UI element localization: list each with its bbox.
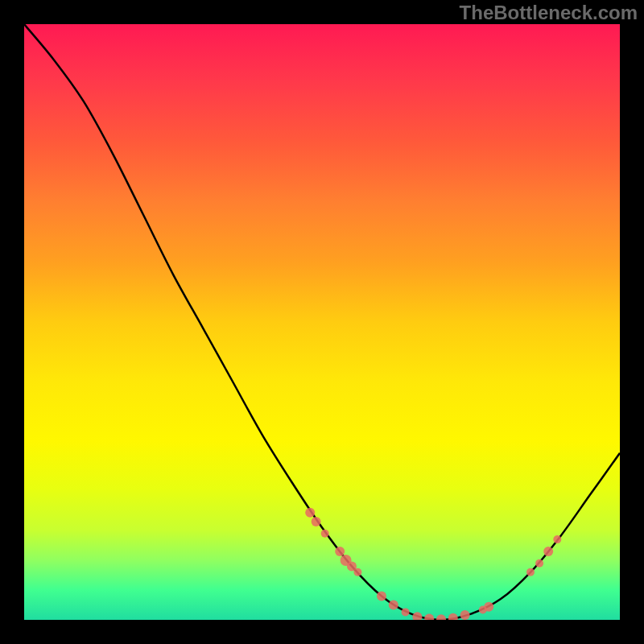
data-marker <box>312 517 321 526</box>
data-marker <box>484 602 493 612</box>
data-marker <box>402 608 410 616</box>
data-marker <box>526 568 535 576</box>
chart-container <box>24 24 620 620</box>
data-marker <box>535 559 543 568</box>
markers-group <box>305 508 561 620</box>
data-marker <box>436 614 446 620</box>
data-marker <box>389 601 398 610</box>
data-marker <box>305 508 315 518</box>
curve-path <box>24 24 620 620</box>
data-marker <box>321 530 329 538</box>
data-marker <box>412 612 422 620</box>
data-marker <box>553 535 561 543</box>
data-marker <box>335 547 345 556</box>
chart-svg <box>24 24 620 620</box>
data-marker <box>424 614 434 620</box>
data-marker <box>353 568 361 576</box>
data-marker <box>543 547 553 556</box>
data-marker <box>460 610 470 620</box>
data-marker <box>377 591 386 601</box>
data-marker <box>448 613 458 620</box>
attribution-text: TheBottleneck.com <box>460 2 638 24</box>
